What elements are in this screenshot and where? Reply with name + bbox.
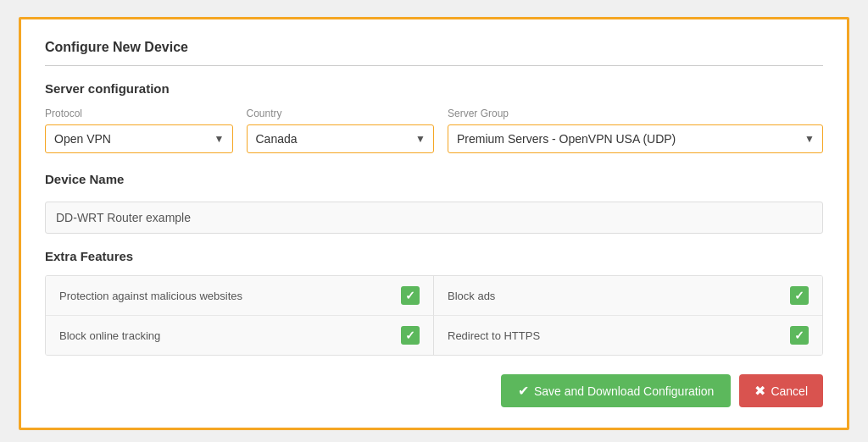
- feature-row-block-ads: Block ads: [434, 276, 822, 316]
- server-group-label: Server Group: [448, 108, 823, 119]
- server-config-row: Protocol Open VPN IKEv2 WireGuard ▼ Coun…: [45, 108, 823, 153]
- save-icon: ✔: [518, 383, 529, 399]
- feature-label-block-tracking: Block online tracking: [59, 329, 160, 342]
- feature-label-protection: Protection against malicious websites: [59, 290, 242, 302]
- protocol-field-group: Protocol Open VPN IKEv2 WireGuard ▼: [45, 108, 233, 153]
- feature-row-block-tracking: Block online tracking: [46, 316, 434, 355]
- feature-checkbox-protection[interactable]: [401, 286, 420, 305]
- country-label: Country: [247, 108, 435, 119]
- cancel-button-label: Cancel: [771, 384, 808, 398]
- cancel-icon: ✖: [754, 383, 765, 399]
- feature-checkbox-block-ads[interactable]: [790, 286, 809, 305]
- feature-label-redirect-https: Redirect to HTTPS: [448, 329, 540, 342]
- cancel-button[interactable]: ✖ Cancel: [739, 374, 823, 407]
- protocol-label: Protocol: [45, 108, 233, 119]
- server-group-field-group: Server Group Premium Servers - OpenVPN U…: [448, 108, 823, 153]
- device-name-input[interactable]: [45, 202, 823, 234]
- save-download-button[interactable]: ✔ Save and Download Configuration: [501, 374, 731, 407]
- features-grid: Protection against malicious websites Bl…: [45, 275, 823, 356]
- server-group-select-wrapper: Premium Servers - OpenVPN USA (UDP) Stan…: [448, 124, 823, 153]
- server-group-select[interactable]: Premium Servers - OpenVPN USA (UDP) Stan…: [448, 124, 823, 153]
- feature-row-protection: Protection against malicious websites: [46, 276, 434, 316]
- extra-features-section: Extra Features Protection against malici…: [45, 249, 823, 356]
- save-button-label: Save and Download Configuration: [534, 384, 714, 398]
- title-divider: [45, 65, 823, 66]
- feature-checkbox-block-tracking[interactable]: [401, 326, 420, 345]
- device-name-section: Device Name: [45, 172, 823, 234]
- country-select[interactable]: Canada United States United Kingdom Germ…: [247, 124, 435, 153]
- configure-device-dialog: Configure New Device Server configuratio…: [19, 17, 849, 430]
- protocol-select[interactable]: Open VPN IKEv2 WireGuard: [45, 124, 233, 153]
- feature-checkbox-redirect-https[interactable]: [790, 326, 809, 345]
- country-select-wrapper: Canada United States United Kingdom Germ…: [247, 124, 435, 153]
- device-name-section-title: Device Name: [45, 172, 823, 186]
- dialog-title: Configure New Device: [45, 40, 823, 55]
- footer-actions: ✔ Save and Download Configuration ✖ Canc…: [45, 374, 823, 407]
- server-config-section-title: Server configuration: [45, 81, 823, 96]
- feature-label-block-ads: Block ads: [448, 290, 495, 302]
- protocol-select-wrapper: Open VPN IKEv2 WireGuard ▼: [45, 124, 233, 153]
- feature-row-redirect-https: Redirect to HTTPS: [434, 316, 822, 355]
- extra-features-section-title: Extra Features: [45, 249, 823, 263]
- country-field-group: Country Canada United States United King…: [247, 108, 435, 153]
